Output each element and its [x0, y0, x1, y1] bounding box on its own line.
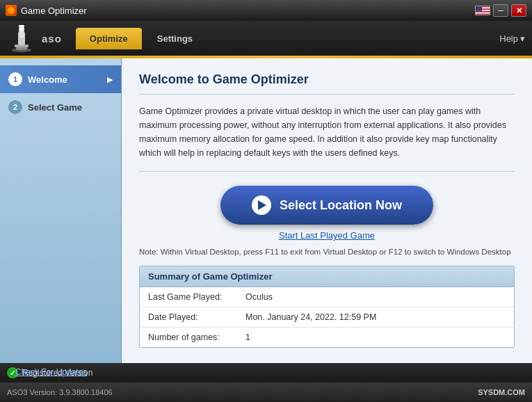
logo-area: aso	[7, 24, 62, 53]
summary-key-last-game: Last Game Played:	[148, 292, 245, 302]
language-flag[interactable]	[475, 6, 490, 15]
title-bar: Game Optimizer ─ ✕	[0, 0, 532, 21]
start-last-played-link[interactable]: Start Last Played Game	[279, 230, 375, 241]
select-location-button[interactable]: Select Location Now	[220, 186, 433, 225]
play-triangle	[258, 200, 266, 210]
summary-key-date-played: Date Played:	[148, 312, 245, 322]
tab-optimize[interactable]: Optimize	[76, 28, 142, 49]
title-bar-left: Game Optimizer	[6, 5, 87, 16]
summary-value-num-games: 1	[245, 332, 250, 342]
select-location-label: Select Location Now	[280, 198, 402, 213]
minimize-button[interactable]: ─	[493, 4, 508, 17]
window-title: Game Optimizer	[21, 6, 87, 16]
svg-point-0	[8, 7, 15, 14]
sidebar-num-1: 1	[8, 72, 22, 86]
summary-row-last-game: Last Game Played: Oculus	[140, 287, 514, 307]
summary-value-date-played: Mon. January 24, 2022. 12:59 PM	[245, 312, 376, 322]
content-title: Welcome to Game Optimizer	[139, 72, 515, 95]
note-text: Note: Within Virtual Desktop, press F11 …	[139, 248, 515, 256]
sidebar-item-select-game[interactable]: 2 Select Game	[0, 93, 121, 121]
content-description: Game Optimizer provides a private virtua…	[139, 104, 515, 172]
chess-logo	[7, 24, 36, 53]
sidebar-label-select-game: Select Game	[28, 102, 82, 113]
summary-value-last-game: Oculus	[245, 292, 273, 302]
sidebar-item-welcome[interactable]: 1 Welcome ▶	[0, 65, 121, 93]
content-panel: Welcome to Game Optimizer Game Optimizer…	[122, 58, 532, 363]
tab-settings[interactable]: Settings	[143, 28, 207, 49]
svg-rect-5	[476, 6, 482, 11]
version-text: ASO3 Version: 3.9.3800.18406	[7, 388, 113, 396]
summary-row-date-played: Date Played: Mon. January 24, 2022. 12:5…	[140, 307, 514, 328]
sidebar-num-2: 2	[8, 100, 22, 114]
help-menu[interactable]: Help ▾	[499, 33, 525, 44]
main-area: 1 Welcome ▶ 2 Select Game Welcome to Gam…	[0, 58, 532, 363]
summary-box: Summary of Game Optimizer Last Game Play…	[139, 266, 515, 348]
summary-key-num-games: Number of games:	[148, 332, 245, 342]
select-btn-container: Select Location Now Start Last Played Ga…	[139, 186, 515, 241]
sidebar-arrow-welcome: ▶	[107, 75, 113, 84]
summary-row-num-games: Number of games: 1	[140, 328, 514, 347]
logo-text: aso	[42, 33, 62, 45]
sidebar: 1 Welcome ▶ 2 Select Game	[0, 58, 122, 363]
play-icon	[252, 195, 271, 215]
svg-rect-4	[476, 13, 490, 14]
sidebar-label-welcome: Welcome	[28, 74, 67, 85]
check-updates-link[interactable]: Check For Updates	[15, 367, 87, 377]
help-chevron-icon: ▾	[520, 33, 525, 44]
toolbar: aso Optimize Settings Help ▾	[0, 21, 532, 56]
svg-rect-13	[19, 25, 24, 27]
nav-tabs: Optimize Settings	[76, 28, 207, 49]
close-button[interactable]: ✕	[511, 4, 526, 17]
status-bar: ✓ Registered Version Check For Updates	[0, 363, 532, 383]
bottom-bar: ASO3 Version: 3.9.3800.18406 SYSDM.COM	[0, 383, 532, 402]
window-controls: ─ ✕	[475, 4, 526, 17]
bottom-logo: SYSDM.COM	[478, 388, 525, 396]
app-icon	[6, 5, 17, 16]
summary-header: Summary of Game Optimizer	[140, 266, 514, 287]
